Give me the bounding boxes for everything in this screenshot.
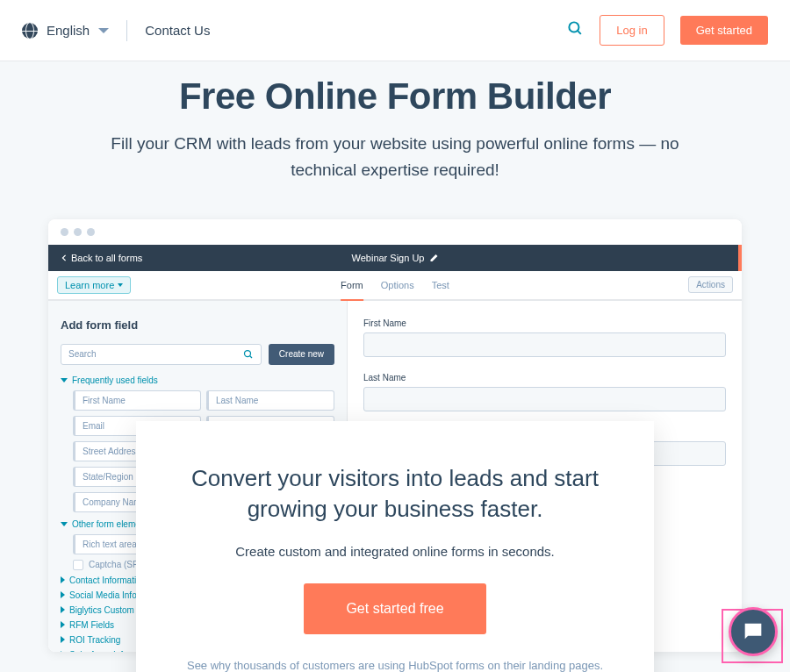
learn-more-button[interactable]: Learn more: [57, 276, 131, 294]
actions-button[interactable]: Actions: [688, 276, 733, 293]
text-input[interactable]: [363, 332, 726, 357]
window-dot: [87, 228, 95, 236]
field-label: Last Name: [363, 373, 726, 382]
cta-subtext: Create custom and integrated online form…: [180, 544, 610, 559]
get-started-button[interactable]: Get started: [680, 16, 768, 45]
form-tabs: Form Options Test: [341, 276, 449, 294]
tab-test[interactable]: Test: [432, 276, 449, 294]
page-title: Free Online Form Builder: [53, 75, 737, 118]
field-chip[interactable]: First Name: [73, 390, 201, 411]
chat-bubble[interactable]: [729, 607, 778, 656]
form-title[interactable]: Webinar Sign Up: [352, 253, 439, 263]
cta-card: Convert your visitors into leads and sta…: [136, 421, 654, 672]
get-started-free-button[interactable]: Get started free: [304, 583, 485, 634]
divider: [126, 20, 127, 41]
triangle-right-icon: [61, 636, 65, 643]
field-search-input[interactable]: Search: [61, 344, 262, 365]
window-controls: [48, 219, 742, 245]
nav-left: English Contact Us: [22, 20, 210, 41]
window-dot: [74, 228, 82, 236]
triangle-right-icon: [61, 621, 65, 628]
accent-strip: [738, 245, 742, 271]
chevron-left-icon: [61, 254, 68, 261]
triangle-right-icon: [61, 576, 65, 583]
hero: Free Online Form Builder Fill your CRM w…: [0, 61, 790, 219]
edit-icon: [429, 254, 438, 262]
triangle-down-icon: [61, 522, 68, 526]
cta-footer: See why thousands of customers are using…: [180, 659, 610, 672]
field-chip[interactable]: Last Name: [206, 390, 334, 411]
svg-point-2: [244, 350, 250, 356]
app-toolbar: Learn more Form Options Test Actions: [48, 271, 742, 301]
language-selector[interactable]: English: [22, 23, 109, 39]
search-icon[interactable]: [567, 20, 584, 40]
language-label: English: [47, 23, 90, 38]
login-button[interactable]: Log in: [600, 15, 664, 46]
tab-options[interactable]: Options: [381, 276, 414, 294]
field-chip-richtext[interactable]: Rich text area: [73, 534, 145, 554]
svg-line-1: [578, 31, 581, 34]
triangle-right-icon: [61, 651, 65, 652]
text-input[interactable]: [363, 387, 726, 411]
back-link[interactable]: Back to all forms: [61, 253, 142, 263]
field-label: First Name: [363, 318, 726, 328]
category-frequently-used[interactable]: Frequently used fields: [61, 375, 334, 385]
triangle-right-icon: [61, 591, 65, 598]
tab-form[interactable]: Form: [341, 276, 363, 301]
page-subtitle: Fill your CRM with leads from your websi…: [88, 131, 702, 184]
search-icon: [243, 349, 254, 360]
window-dot: [61, 228, 68, 236]
sidebar-heading: Add form field: [61, 318, 334, 332]
checkbox[interactable]: [73, 560, 83, 570]
nav-right: Log in Get started: [567, 15, 768, 46]
chat-icon: [741, 619, 765, 644]
app-header: Back to all forms Webinar Sign Up: [48, 245, 742, 271]
top-nav: English Contact Us Log in Get started: [0, 0, 790, 61]
chevron-down-icon: [118, 283, 123, 287]
chevron-down-icon: [98, 28, 109, 33]
svg-point-0: [570, 22, 579, 32]
contact-link[interactable]: Contact Us: [145, 23, 210, 38]
triangle-right-icon: [61, 606, 65, 613]
create-new-button[interactable]: Create new: [269, 344, 334, 365]
cta-heading: Convert your visitors into leads and sta…: [180, 463, 610, 525]
globe-icon: [22, 23, 38, 39]
triangle-down-icon: [61, 378, 68, 382]
svg-line-3: [249, 355, 252, 358]
